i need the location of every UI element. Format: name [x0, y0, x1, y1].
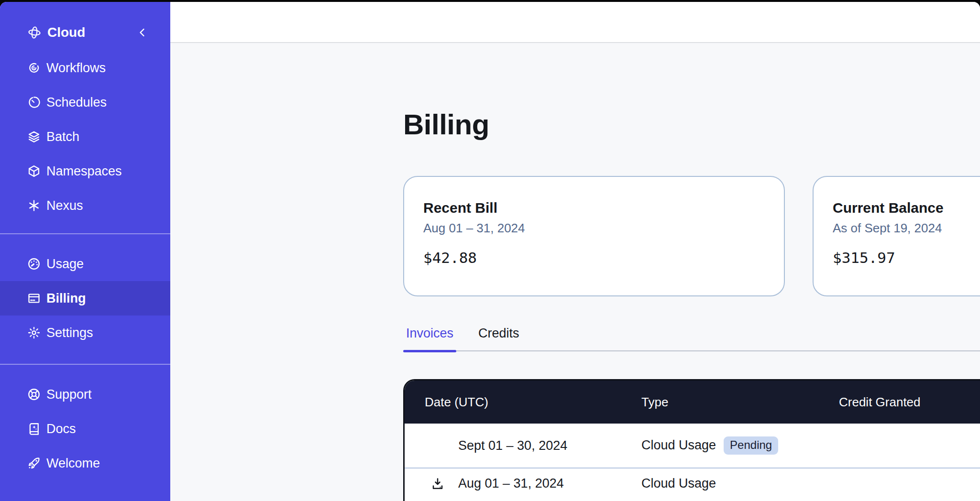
- sidebar-item-usage[interactable]: Usage: [0, 247, 170, 281]
- card-amount: $315.97: [833, 249, 980, 266]
- sidebar-nav-primary: Workflows Schedules: [0, 51, 170, 223]
- table-row: Sept 01 – 30, 2024 Cloud Usage Pending: [405, 424, 980, 468]
- sidebar: Cloud Workflows: [0, 2, 170, 501]
- welcome-rocket-icon: [27, 457, 41, 470]
- top-header-bar: [170, 2, 980, 43]
- sidebar-nav-help: Support Docs: [0, 377, 170, 480]
- sidebar-item-settings[interactable]: Settings: [0, 316, 170, 350]
- date-cell: Aug 01 – 31, 2024: [425, 476, 641, 491]
- table-header: Date (UTC) Type Credit Granted: [405, 381, 980, 424]
- sidebar-item-label: Workflows: [46, 61, 106, 76]
- column-header-date: Date (UTC): [425, 395, 641, 410]
- card-subtitle: Aug 01 – 31, 2024: [423, 221, 765, 236]
- download-slot-empty: [430, 438, 445, 453]
- workflows-icon: [27, 61, 41, 75]
- card-title: Current Balance: [833, 200, 980, 216]
- sidebar-item-label: Nexus: [46, 198, 83, 213]
- sidebar-item-batch[interactable]: Batch: [0, 120, 170, 154]
- sidebar-item-billing[interactable]: Billing: [0, 281, 170, 316]
- sidebar-item-namespaces[interactable]: Namespaces: [0, 154, 170, 188]
- docs-icon: [27, 422, 41, 436]
- card-amount: $42.88: [423, 249, 765, 266]
- sidebar-item-label: Welcome: [46, 456, 100, 471]
- billing-tabs: Invoices Credits: [403, 325, 980, 351]
- main-area: Billing Recent Bill Aug 01 – 31, 2024 $4…: [170, 44, 980, 501]
- invoice-type: Cloud Usage: [641, 438, 716, 453]
- billing-content: Billing Recent Bill Aug 01 – 31, 2024 $4…: [403, 44, 980, 501]
- sidebar-item-workflows[interactable]: Workflows: [0, 51, 170, 85]
- recent-bill-card: Recent Bill Aug 01 – 31, 2024 $42.88: [403, 176, 785, 296]
- nexus-icon: [27, 199, 41, 212]
- sidebar-collapse-button[interactable]: [137, 27, 148, 38]
- sidebar-item-support[interactable]: Support: [0, 377, 170, 412]
- sidebar-brand: Cloud: [0, 18, 170, 47]
- sidebar-item-label: Support: [46, 387, 92, 402]
- sidebar-item-label: Schedules: [46, 95, 107, 110]
- download-invoice-button[interactable]: [430, 477, 445, 491]
- usage-icon: [27, 257, 41, 271]
- chevron-left-icon: [137, 27, 148, 38]
- summary-cards: Recent Bill Aug 01 – 31, 2024 $42.88 Cur…: [403, 176, 980, 296]
- sidebar-item-label: Docs: [46, 422, 76, 436]
- invoice-type: Cloud Usage: [641, 476, 716, 491]
- table-row: Aug 01 – 31, 2024 Cloud Usage: [405, 468, 980, 501]
- settings-icon: [27, 326, 41, 339]
- status-badge: Pending: [724, 436, 778, 454]
- invoice-date: Aug 01 – 31, 2024: [458, 476, 564, 491]
- billing-icon: [27, 292, 41, 305]
- sidebar-item-docs[interactable]: Docs: [0, 412, 170, 446]
- column-header-type: Type: [641, 395, 839, 410]
- sidebar-item-label: Settings: [46, 326, 93, 340]
- date-cell: Sept 01 – 30, 2024: [425, 438, 641, 453]
- column-header-credit-granted: Credit Granted: [839, 395, 980, 410]
- card-title: Recent Bill: [423, 200, 765, 216]
- sidebar-item-schedules[interactable]: Schedules: [0, 85, 170, 120]
- sidebar-nav-account: Usage Billing: [0, 247, 170, 350]
- app-window: Cloud Workflows: [0, 2, 980, 501]
- brand-label: Cloud: [47, 25, 85, 40]
- schedules-icon: [27, 96, 41, 109]
- sidebar-item-label: Batch: [46, 130, 79, 144]
- type-cell: Cloud Usage Pending: [641, 436, 839, 454]
- sidebar-item-label: Usage: [46, 257, 84, 272]
- current-balance-card: Current Balance As of Sept 19, 2024 $315…: [813, 176, 980, 296]
- sidebar-item-label: Billing: [46, 291, 86, 306]
- sidebar-item-welcome[interactable]: Welcome: [0, 446, 170, 480]
- namespaces-icon: [27, 164, 41, 178]
- page-title: Billing: [403, 108, 489, 141]
- sidebar-divider: [0, 364, 170, 365]
- download-icon: [430, 477, 445, 491]
- tab-credits[interactable]: Credits: [477, 325, 520, 350]
- support-icon: [27, 388, 41, 401]
- sidebar-item-nexus[interactable]: Nexus: [0, 188, 170, 223]
- batch-icon: [27, 130, 41, 143]
- invoice-date: Sept 01 – 30, 2024: [458, 438, 567, 453]
- temporal-logo-icon: [27, 25, 42, 40]
- sidebar-divider: [0, 233, 170, 234]
- invoices-table: Date (UTC) Type Credit Granted Sept 01 –…: [403, 379, 980, 501]
- type-cell: Cloud Usage: [641, 476, 839, 491]
- sidebar-item-label: Namespaces: [46, 164, 122, 179]
- tab-invoices[interactable]: Invoices: [405, 325, 454, 350]
- card-subtitle: As of Sept 19, 2024: [833, 221, 980, 236]
